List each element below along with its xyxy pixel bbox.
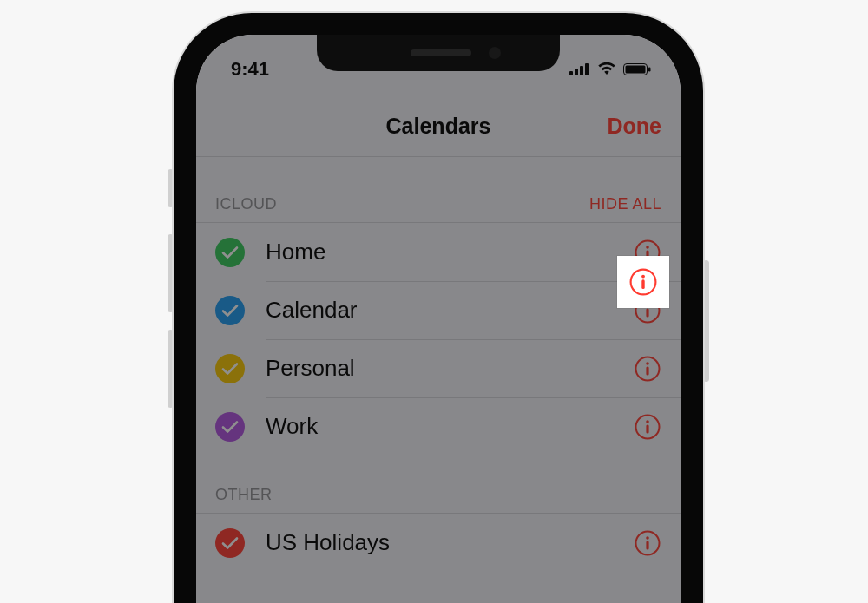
info-button[interactable] — [634, 413, 661, 441]
nav-bar: Calendars Done — [196, 95, 681, 157]
info-button[interactable] — [634, 529, 661, 557]
calendar-label: Calendar — [266, 297, 634, 324]
svg-rect-18 — [646, 366, 648, 375]
calendar-label: US Holidays — [266, 529, 634, 556]
info-button[interactable] — [634, 355, 661, 383]
checkmark-icon — [215, 238, 245, 267]
svg-point-15 — [215, 354, 245, 383]
svg-point-19 — [215, 412, 245, 442]
wifi-icon — [597, 58, 616, 81]
svg-rect-0 — [569, 71, 573, 75]
volume-down-button — [168, 330, 174, 408]
svg-rect-22 — [646, 424, 648, 433]
svg-rect-26 — [646, 541, 648, 549]
svg-point-9 — [646, 246, 649, 249]
hide-all-button[interactable]: HIDE ALL — [589, 195, 661, 213]
svg-rect-2 — [580, 66, 583, 75]
section-title: OTHER — [215, 486, 273, 504]
calendar-row-personal[interactable]: Personal — [196, 339, 681, 397]
checkmark-icon — [215, 528, 245, 558]
svg-point-25 — [646, 536, 649, 540]
svg-point-28 — [641, 275, 645, 279]
checkmark-icon — [215, 296, 245, 325]
status-time: 9:41 — [231, 58, 269, 81]
calendar-row-work[interactable]: Work — [196, 397, 681, 456]
svg-rect-1 — [575, 69, 578, 75]
calendar-row-home[interactable]: Home — [196, 223, 681, 281]
checkmark-icon — [215, 354, 245, 383]
calendar-label: Home — [266, 239, 634, 265]
svg-rect-29 — [641, 279, 644, 289]
done-button[interactable]: Done — [608, 114, 662, 139]
calendar-label: Work — [266, 413, 634, 440]
calendar-row-calendar[interactable]: Calendar — [196, 281, 681, 339]
svg-rect-3 — [585, 63, 589, 75]
svg-rect-14 — [646, 308, 648, 317]
phone-frame: 9:41 — [174, 13, 703, 603]
info-button-highlight[interactable] — [617, 256, 669, 308]
section-title: ICLOUD — [215, 195, 277, 213]
svg-point-21 — [646, 420, 649, 423]
volume-up-button — [168, 234, 174, 312]
section-header-other: OTHER — [196, 456, 681, 514]
svg-point-17 — [646, 362, 649, 365]
svg-point-23 — [215, 528, 245, 558]
svg-rect-6 — [648, 68, 651, 72]
svg-point-11 — [215, 296, 245, 325]
checkmark-icon — [215, 412, 245, 442]
svg-point-7 — [215, 238, 245, 267]
cellular-icon — [569, 58, 590, 81]
calendar-label: Personal — [266, 355, 634, 382]
section-header-icloud: ICLOUD HIDE ALL — [196, 157, 681, 223]
battery-icon — [623, 58, 651, 81]
calendar-row-us-holidays[interactable]: US Holidays — [196, 514, 681, 572]
page-title: Calendars — [386, 114, 491, 139]
power-button — [703, 260, 709, 382]
screen: 9:41 — [196, 35, 681, 603]
notch — [317, 35, 560, 71]
svg-rect-5 — [626, 66, 646, 74]
mute-switch — [168, 169, 174, 207]
